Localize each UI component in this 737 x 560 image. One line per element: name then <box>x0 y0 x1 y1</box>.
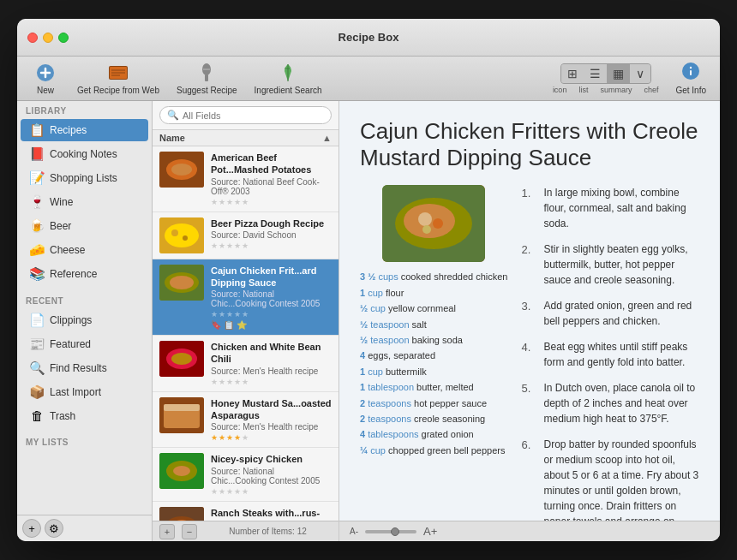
sidebar-item-shopping-lists[interactable]: 📝 Shopping Lists <box>21 167 148 189</box>
recipes-label: Recipes <box>50 124 87 136</box>
font-decrease-button[interactable]: A- <box>350 527 358 536</box>
icon-view-button[interactable]: ⊞ <box>561 64 584 83</box>
recipe-item-3[interactable]: Cajun Chicken Frit...ard Dipping Sauce S… <box>153 259 339 337</box>
remove-recipe-button[interactable]: − <box>182 524 197 539</box>
sidebar-item-wine[interactable]: 🍷 Wine <box>21 191 148 213</box>
clippings-icon: 📄 <box>29 313 45 328</box>
minimize-button[interactable] <box>43 33 53 43</box>
ingredient-search-icon <box>278 62 298 84</box>
zoom-slider[interactable] <box>365 530 416 533</box>
recipe-source-4: Source: Men's Health recipe <box>211 366 332 376</box>
summary-view-label: summary <box>600 86 632 94</box>
ingredient-1: 3 ½ cups cooked shredded chicken <box>360 271 507 283</box>
search-bar: 🔍 <box>153 101 339 130</box>
search-input[interactable] <box>183 110 324 121</box>
recipe-content: 3 ½ cups cooked shredded chicken 1 cup f… <box>360 185 699 521</box>
svg-point-40 <box>418 212 432 226</box>
recipe-item-1[interactable]: American Beef Pot...Mashed Potatoes Sour… <box>153 146 339 212</box>
recipe-stars-4: ★★★★★ <box>211 378 332 386</box>
step-6: 6. Drop batter by rounded spoonfuls or m… <box>521 437 699 521</box>
main-layout: LIBRARY 📋 Recipes 📕 Cooking Notes 📝 Shop… <box>17 101 720 541</box>
sidebar: LIBRARY 📋 Recipes 📕 Cooking Notes 📝 Shop… <box>17 101 153 541</box>
ingredient-8: 1 tablespoon butter, melted <box>360 381 507 394</box>
new-button[interactable]: New <box>24 58 67 98</box>
sidebar-footer: + ⚙ <box>17 515 152 541</box>
last-import-label: Last Import <box>50 386 101 398</box>
svg-point-41 <box>433 218 443 229</box>
font-increase-button[interactable]: A+ <box>423 525 437 538</box>
recipe-source-3: Source: National Chic...Cooking Contest … <box>211 289 332 308</box>
recipe-stars-2: ★★★★★ <box>211 241 332 250</box>
recipe-stars-6: ★★★★★ <box>211 487 332 496</box>
recipe-thumb-2 <box>159 217 204 253</box>
recipe-item-6[interactable]: Nicey-spicy Chicken Source: National Chi… <box>153 448 339 501</box>
recipe-item-7[interactable]: Ranch Steaks with...rus-Jalapeño Mojo So… <box>153 502 339 521</box>
search-icon: 🔍 <box>167 110 179 121</box>
reference-icon: 📚 <box>29 266 45 282</box>
sidebar-item-featured[interactable]: 📰 Featured <box>21 333 148 355</box>
name-column-header: Name <box>159 133 185 143</box>
cheese-icon: 🧀 <box>29 242 45 258</box>
svg-point-33 <box>173 466 190 476</box>
recipe-info-3: Cajun Chicken Frit...ard Dipping Sauce S… <box>211 265 332 331</box>
sidebar-item-reference[interactable]: 📚 Reference <box>21 263 148 285</box>
recipe-name-5: Honey Mustard Sa...oasted Asparagus <box>211 397 332 422</box>
main-window: Recipe Box New <box>17 19 720 541</box>
recipe-thumb-3 <box>159 265 204 301</box>
recipe-thumb-5 <box>159 397 204 433</box>
ingredient-list: 3 ½ cups cooked shredded chicken 1 cup f… <box>360 271 507 460</box>
list-header: Name ▲ <box>153 130 339 146</box>
find-results-label: Find Results <box>50 362 107 374</box>
sidebar-item-recipes[interactable]: 📋 Recipes <box>21 119 148 141</box>
sidebar-item-trash[interactable]: 🗑 Trash <box>21 405 148 426</box>
detail-full-panel: Cajun Chicken Fritters with Creole Musta… <box>339 101 720 541</box>
beer-icon: 🍺 <box>29 218 45 234</box>
recipe-stars-1: ★★★★★ <box>211 198 332 206</box>
info-icon <box>681 62 700 86</box>
recipe-count: Number of Items: 12 <box>204 527 332 536</box>
recipe-left: 3 ½ cups cooked shredded chicken 1 cup f… <box>360 185 507 521</box>
list-view-button[interactable]: ☰ <box>584 64 607 83</box>
sidebar-item-cooking-notes[interactable]: 📕 Cooking Notes <box>21 143 148 165</box>
close-button[interactable] <box>27 33 38 43</box>
ingredient-2: 1 cup flour <box>360 287 507 300</box>
recent-section-label: RECENT <box>17 291 152 308</box>
step-4: 4. Beat egg whites until stiff peaks for… <box>521 339 699 370</box>
ingredient-10: 2 teaspoons creole seasoning <box>360 413 507 426</box>
recipe-item-5[interactable]: Honey Mustard Sa...oasted Asparagus Sour… <box>153 392 339 449</box>
recipe-name-6: Nicey-spicy Chicken <box>211 453 332 465</box>
recipes-icon: 📋 <box>29 122 45 138</box>
recipe-photo <box>382 185 485 262</box>
recipe-source-6: Source: National Chic...Cooking Contest … <box>211 467 332 486</box>
suggest-button[interactable]: Suggest Recipe <box>170 58 244 98</box>
svg-rect-14 <box>690 70 692 75</box>
recipe-item-2[interactable]: Beer Pizza Dough Recipe Source: David Sc… <box>153 212 339 259</box>
summary-view-button[interactable]: ▦ <box>607 64 630 83</box>
sidebar-item-beer[interactable]: 🍺 Beer <box>21 215 148 237</box>
sidebar-item-cheese[interactable]: 🧀 Cheese <box>21 239 148 261</box>
wine-icon: 🍷 <box>29 194 45 210</box>
search-input-wrap[interactable]: 🔍 <box>159 106 332 124</box>
window-title: Recipe Box <box>339 31 399 44</box>
get-recipe-button[interactable]: Get Recipe from Web <box>70 58 166 98</box>
get-info-button[interactable]: Get Info <box>668 58 713 98</box>
find-results-icon: 🔍 <box>29 360 45 376</box>
zoom-thumb <box>391 527 399 536</box>
ingredient-12: ¼ cup chopped green bell peppers <box>360 444 507 457</box>
sidebar-item-find-results[interactable]: 🔍 Find Results <box>21 357 148 379</box>
featured-label: Featured <box>50 338 91 350</box>
sidebar-item-last-import[interactable]: 📦 Last Import <box>21 381 148 403</box>
add-recipe-button[interactable]: + <box>159 524 175 539</box>
recipe-item-4[interactable]: Chicken and White Bean Chili Source: Men… <box>153 336 339 392</box>
add-sidebar-button[interactable]: + <box>22 519 41 538</box>
settings-sidebar-button[interactable]: ⚙ <box>45 519 63 538</box>
detail-scroll: Cajun Chicken Fritters with Creole Musta… <box>339 101 720 521</box>
shopping-lists-label: Shopping Lists <box>50 172 117 184</box>
chef-view-button[interactable]: ∨ <box>630 64 650 83</box>
trash-icon: 🗑 <box>29 408 45 423</box>
cooking-notes-label: Cooking Notes <box>50 148 117 160</box>
sidebar-item-clippings[interactable]: 📄 Clippings <box>21 309 148 331</box>
ingredient-search-button[interactable]: Ingredient Search <box>248 58 329 98</box>
maximize-button[interactable] <box>58 33 69 43</box>
recipe-list: American Beef Pot...Mashed Potatoes Sour… <box>153 146 339 521</box>
